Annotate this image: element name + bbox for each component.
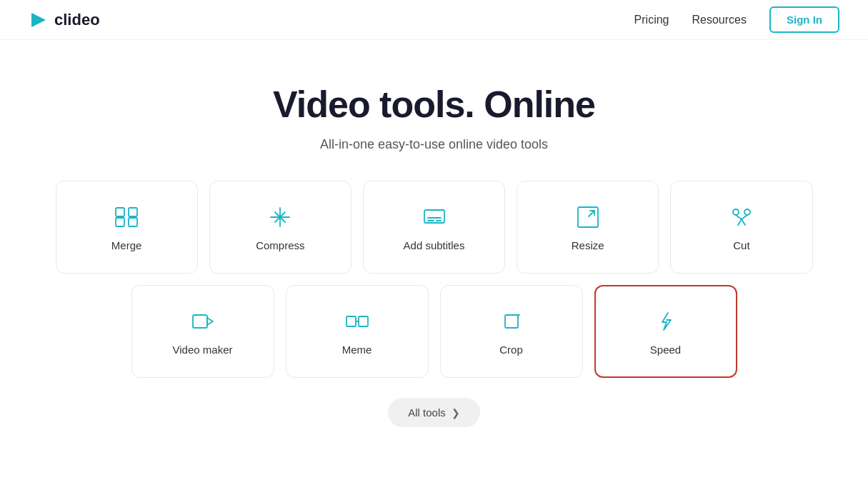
tool-crop[interactable]: Crop	[440, 285, 583, 378]
nav-right: Pricing Resources Sign In	[634, 6, 839, 33]
tool-compress-label: Compress	[256, 239, 304, 251]
svg-rect-2	[129, 208, 137, 216]
navigation: clideo Pricing Resources Sign In	[0, 0, 868, 40]
svg-point-18	[744, 209, 750, 215]
tool-compress[interactable]: Compress	[209, 181, 351, 274]
svg-rect-26	[359, 316, 368, 326]
all-tools-button[interactable]: All tools ❯	[388, 398, 480, 427]
tool-video-maker[interactable]: Video maker	[131, 285, 274, 378]
svg-line-8	[280, 212, 285, 217]
hero-subtitle: All-in-one easy-to-use online video tool…	[14, 137, 854, 152]
cut-icon	[728, 204, 755, 231]
svg-line-7	[275, 212, 280, 217]
svg-marker-24	[207, 318, 213, 325]
logo[interactable]: clideo	[29, 10, 100, 30]
svg-line-22	[742, 219, 745, 225]
hero-title: Video tools. Online	[14, 83, 854, 126]
svg-rect-3	[116, 218, 124, 226]
tools-row-1: Merge Compress	[56, 181, 813, 274]
resources-link[interactable]: Resources	[692, 14, 747, 26]
svg-rect-23	[193, 315, 207, 328]
tool-speed[interactable]: Speed	[594, 285, 737, 378]
tool-subtitles-label: Add subtitles	[404, 239, 465, 251]
tool-resize[interactable]: Resize	[517, 181, 659, 274]
tool-speed-label: Speed	[650, 344, 681, 356]
chevron-right-icon: ❯	[452, 407, 460, 419]
svg-line-9	[275, 217, 280, 222]
tool-crop-label: Crop	[499, 344, 523, 356]
all-tools-section: All tools ❯	[0, 398, 868, 456]
crop-icon	[498, 308, 525, 335]
sign-in-button[interactable]: Sign In	[769, 6, 839, 33]
tool-merge[interactable]: Merge	[56, 181, 198, 274]
hero-section: Video tools. Online All-in-one easy-to-u…	[0, 40, 868, 181]
merge-icon	[113, 204, 140, 231]
svg-line-10	[280, 217, 285, 222]
videomaker-icon	[189, 308, 216, 335]
meme-icon	[344, 308, 371, 335]
svg-line-21	[738, 219, 742, 225]
speed-icon	[652, 308, 679, 335]
svg-rect-28	[505, 315, 518, 328]
pricing-link[interactable]: Pricing	[634, 14, 669, 26]
svg-rect-1	[116, 208, 124, 216]
tool-subtitles[interactable]: Add subtitles	[363, 181, 505, 274]
logo-text: clideo	[54, 11, 100, 29]
tool-merge-label: Merge	[111, 239, 142, 251]
resize-icon	[574, 204, 602, 231]
svg-rect-25	[346, 316, 356, 326]
svg-line-19	[736, 215, 742, 219]
tool-cut[interactable]: Cut	[670, 181, 812, 274]
svg-rect-4	[129, 218, 137, 226]
all-tools-label: All tools	[408, 406, 446, 419]
svg-point-17	[733, 209, 739, 215]
svg-marker-0	[31, 13, 46, 27]
tool-cut-label: Cut	[733, 239, 749, 251]
tool-resize-label: Resize	[572, 239, 604, 251]
tool-video-maker-label: Video maker	[173, 344, 233, 356]
tools-row-2: Video maker Meme Crop	[56, 285, 813, 378]
svg-line-20	[742, 215, 747, 219]
logo-icon	[29, 10, 49, 30]
svg-rect-15	[578, 207, 598, 227]
tool-meme[interactable]: Meme	[286, 285, 429, 378]
tools-section: Merge Compress	[41, 181, 827, 378]
tool-meme-label: Meme	[342, 344, 372, 356]
svg-line-16	[589, 211, 594, 216]
subtitles-icon	[421, 204, 448, 231]
compress-icon	[266, 204, 294, 231]
